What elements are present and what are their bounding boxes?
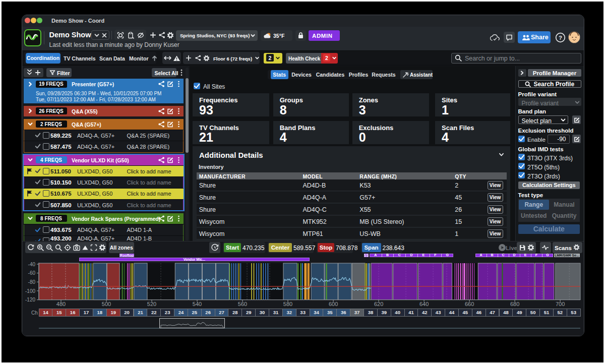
svg-text:540: 540 [192, 301, 201, 307]
svg-text:660: 660 [464, 301, 473, 307]
svg-text:680: 680 [510, 301, 519, 307]
svg-text:600: 600 [328, 301, 337, 307]
svg-text:640: 640 [419, 301, 428, 307]
svg-text:480: 480 [56, 301, 65, 307]
svg-text:620: 620 [374, 301, 383, 307]
svg-text:?: ? [558, 34, 562, 40]
svg-text:700: 700 [555, 301, 564, 307]
svg-text:580: 580 [283, 301, 292, 307]
svg-text:520: 520 [147, 301, 156, 307]
svg-text:560: 560 [237, 301, 247, 307]
svg-text:500: 500 [101, 301, 110, 307]
